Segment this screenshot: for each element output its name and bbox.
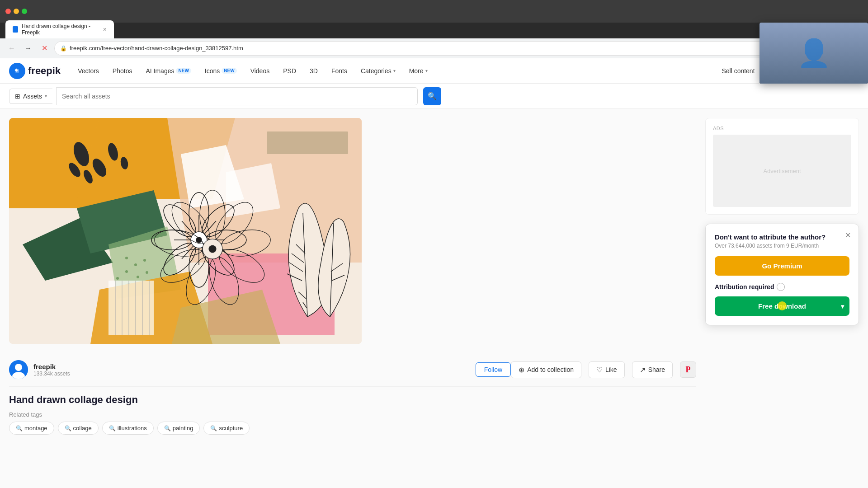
add-to-collection-button[interactable]: ⊕ Add to collection bbox=[511, 361, 581, 378]
ads-placeholder: Advertisement bbox=[713, 135, 851, 207]
go-premium-button[interactable]: Go Premium bbox=[715, 256, 849, 276]
nav-videos[interactable]: Videos bbox=[244, 64, 276, 78]
tag-search-icon-5: 🔍 bbox=[210, 425, 217, 432]
svg-point-10 bbox=[125, 270, 128, 273]
nav-more[interactable]: More ▾ bbox=[403, 64, 434, 78]
search-icon: 🔍 bbox=[428, 92, 437, 100]
lock-icon: 🔒 bbox=[60, 45, 67, 52]
svg-point-8 bbox=[134, 263, 137, 266]
nav-3d[interactable]: 3D bbox=[303, 64, 324, 78]
url-text: freepik.com/free-vector/hand-drawn-colla… bbox=[70, 45, 243, 52]
svg-point-11 bbox=[137, 276, 139, 278]
sidebar: ADS Advertisement ✕ Don't want to attrib… bbox=[705, 118, 859, 488]
icons-new-badge: NEW bbox=[222, 68, 236, 74]
video-overlay: 👤 bbox=[760, 23, 868, 84]
attribution-label: Attribution required bbox=[715, 283, 774, 291]
svg-point-7 bbox=[125, 257, 128, 259]
logo[interactable]: freepik bbox=[9, 63, 61, 79]
asset-title: Hand drawn collage design bbox=[9, 394, 696, 406]
author-info: freepik 133.34k assets bbox=[33, 363, 476, 377]
share-button[interactable]: ↗ Share bbox=[632, 361, 673, 378]
tag-search-icon-2: 🔍 bbox=[65, 425, 71, 432]
reload-button[interactable]: ✕ bbox=[38, 42, 51, 55]
action-buttons: ⊕ Add to collection ♡ Like ↗ Share P bbox=[511, 361, 696, 378]
tag-illustrations[interactable]: 🔍 illustrations bbox=[102, 422, 154, 435]
svg-point-56 bbox=[209, 245, 216, 253]
asset-select-chevron-icon: ▾ bbox=[45, 94, 47, 99]
download-button-wrap: Free download ▾ bbox=[715, 296, 849, 316]
free-download-button[interactable]: Free download ▾ bbox=[715, 296, 849, 316]
content-area: freepik 133.34k assets Follow ⊕ Add to c… bbox=[9, 118, 696, 488]
tag-sculpture[interactable]: 🔍 sculpture bbox=[203, 422, 250, 435]
author-assets-count: 133.34k assets bbox=[33, 371, 476, 377]
download-dropdown-icon: ▾ bbox=[841, 303, 844, 310]
tags-section: Related tags 🔍 montage 🔍 collage 🔍 illus… bbox=[9, 411, 696, 435]
collection-icon: ⊕ bbox=[519, 366, 524, 374]
share-icon: ↗ bbox=[640, 366, 646, 374]
tag-painting[interactable]: 🔍 painting bbox=[157, 422, 200, 435]
svg-point-75 bbox=[15, 364, 22, 371]
attribution-row: Attribution required i bbox=[715, 283, 849, 291]
main-image-container bbox=[9, 118, 696, 344]
asset-type-icon: ⊞ bbox=[15, 93, 20, 100]
tags-label: Related tags bbox=[9, 411, 696, 418]
pinterest-button[interactable]: P bbox=[680, 361, 696, 378]
author-avatar bbox=[9, 360, 28, 379]
sell-content-link[interactable]: Sell content bbox=[722, 67, 755, 75]
search-button[interactable]: 🔍 bbox=[423, 87, 441, 105]
svg-point-13 bbox=[116, 277, 119, 280]
tag-search-icon-3: 🔍 bbox=[109, 425, 116, 432]
nav-fonts[interactable]: Fonts bbox=[325, 64, 354, 78]
logo-icon bbox=[9, 63, 25, 79]
tags-row: 🔍 montage 🔍 collage 🔍 illustrations 🔍 pa… bbox=[9, 422, 696, 435]
tag-search-icon: 🔍 bbox=[16, 425, 23, 432]
nav-categories[interactable]: Categories ▾ bbox=[354, 64, 402, 78]
search-input-wrap bbox=[56, 87, 418, 105]
main-image bbox=[9, 118, 362, 344]
author-bar: freepik 133.34k assets Follow ⊕ Add to c… bbox=[9, 353, 696, 387]
nav-psd[interactable]: PSD bbox=[277, 64, 302, 78]
tag-collage[interactable]: 🔍 collage bbox=[58, 422, 99, 435]
nav-photos[interactable]: Photos bbox=[106, 64, 139, 78]
svg-point-9 bbox=[143, 259, 146, 262]
url-bar[interactable]: 🔒 freepik.com/free-vector/hand-drawn-col… bbox=[54, 41, 799, 56]
popup-close-button[interactable]: ✕ bbox=[842, 230, 853, 240]
follow-button[interactable]: Follow bbox=[476, 362, 511, 377]
nav-vectors[interactable]: Vectors bbox=[71, 64, 105, 78]
person-silhouette-icon: 👤 bbox=[797, 37, 831, 69]
browser-tab[interactable]: Hand drawn collage design - Freepik × bbox=[5, 20, 114, 38]
heart-icon: ♡ bbox=[596, 366, 603, 374]
asset-type-select[interactable]: ⊞ Assets ▾ bbox=[9, 89, 52, 104]
categories-chevron-icon: ▾ bbox=[393, 68, 396, 73]
forward-button[interactable]: → bbox=[22, 42, 34, 55]
premium-popup: ✕ Don't want to attribute the author? Ov… bbox=[705, 224, 859, 325]
ai-new-badge: NEW bbox=[176, 68, 191, 74]
more-chevron-icon: ▾ bbox=[425, 68, 428, 73]
close-icon: ✕ bbox=[845, 231, 851, 239]
popup-subtitle: Over 73,644,000 assets from 9 EUR/month bbox=[715, 243, 849, 249]
back-button[interactable]: ← bbox=[5, 42, 18, 55]
author-name: freepik bbox=[33, 363, 476, 371]
pinterest-icon: P bbox=[686, 365, 691, 375]
nav-icons[interactable]: Icons NEW bbox=[198, 64, 243, 78]
tag-search-icon-4: 🔍 bbox=[164, 425, 171, 432]
ads-section: ADS Advertisement bbox=[705, 118, 859, 215]
logo-text: freepik bbox=[28, 65, 61, 77]
search-input[interactable] bbox=[62, 93, 412, 100]
like-button[interactable]: ♡ Like bbox=[589, 361, 625, 378]
video-person: 👤 bbox=[760, 23, 868, 84]
popup-title: Don't want to attribute the author? bbox=[715, 233, 849, 241]
tab-close-icon[interactable]: × bbox=[103, 26, 107, 33]
tag-montage[interactable]: 🔍 montage bbox=[9, 422, 54, 435]
nav-items: Vectors Photos AI Images NEW Icons NEW V… bbox=[71, 64, 722, 78]
tab-title: Hand drawn collage design - Freepik bbox=[22, 23, 98, 36]
attribution-info-icon[interactable]: i bbox=[777, 283, 785, 291]
search-row: ⊞ Assets ▾ 🔍 bbox=[0, 84, 868, 109]
ads-label: ADS bbox=[713, 126, 851, 131]
nav-ai-images[interactable]: AI Images NEW bbox=[139, 64, 197, 78]
svg-point-12 bbox=[146, 271, 148, 274]
